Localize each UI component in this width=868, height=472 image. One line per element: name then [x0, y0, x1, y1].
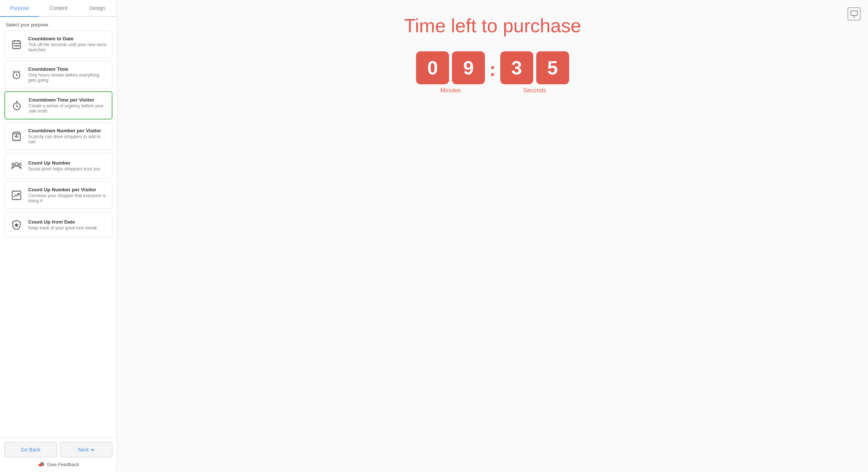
- next-button[interactable]: Next ➜: [60, 442, 113, 457]
- left-panel: Purpose Content Design Select your purpo…: [0, 0, 117, 472]
- right-panel: Time left to purchase 0 9 Minutes : 3 5 …: [117, 0, 868, 472]
- item-desc-countdown-number-per-visitor: Scarcity can drive shoppers to add to ca…: [28, 134, 108, 144]
- item-desc-count-up-number-per-visitor: Convince your shopper that everyone is d…: [28, 193, 108, 203]
- minutes-label: Minutes: [440, 87, 461, 94]
- svg-line-9: [16, 75, 18, 76]
- item-title-countdown-number-per-visitor: Countdown Number per Visitor: [28, 128, 108, 133]
- countdown-display: 0 9 Minutes : 3 5 Seconds: [416, 51, 569, 94]
- svg-point-20: [18, 139, 18, 140]
- preview-title: Time left to purchase: [404, 15, 581, 37]
- item-desc-countdown-time: Only hours remain before everything gets…: [28, 73, 108, 83]
- svg-rect-6: [18, 45, 19, 47]
- minutes-tens-digit: 0: [416, 51, 449, 84]
- shield-star-icon: [9, 217, 24, 232]
- tab-design[interactable]: Design: [78, 0, 117, 16]
- item-title-countdown-to-date: Countdown to Date: [28, 36, 108, 41]
- section-title: Select your purpose: [0, 17, 117, 30]
- list-item-count-up-number[interactable]: Count Up Number Social proof helps shopp…: [4, 153, 112, 178]
- item-title-countdown-time: Countdown Time: [28, 66, 108, 72]
- item-desc-count-up-from-date: Keep track of your good luck streak: [28, 225, 97, 231]
- item-title-count-up-from-date: Count Up from Date: [28, 219, 97, 225]
- list-item-count-up-number-per-visitor[interactable]: Count Up Number per Visitor Convince you…: [4, 181, 112, 209]
- svg-marker-25: [14, 223, 19, 227]
- svg-rect-5: [16, 45, 18, 47]
- cart-icon: [9, 129, 24, 144]
- list-item-countdown-number-per-visitor[interactable]: Countdown Number per Visitor Scarcity ca…: [4, 122, 112, 150]
- next-arrow-icon: ➜: [90, 447, 94, 453]
- monitor-icon[interactable]: [847, 7, 861, 21]
- alarm-icon: [9, 67, 24, 82]
- item-desc-count-up-number: Social proof helps shoppers trust you: [28, 166, 100, 172]
- item-desc-countdown-to-date: Tick off the seconds until your new stor…: [28, 42, 108, 52]
- stopwatch-icon: [10, 98, 24, 113]
- footer: Go Back Next ➜ 📣 Give Feedback: [0, 437, 117, 472]
- tabs: Purpose Content Design: [0, 0, 117, 17]
- svg-line-11: [19, 71, 20, 71]
- seconds-ones-digit: 5: [536, 51, 569, 84]
- seconds-group: 3 5 Seconds: [500, 51, 569, 94]
- svg-rect-0: [13, 41, 21, 48]
- trending-icon: [9, 188, 24, 203]
- svg-point-22: [12, 163, 14, 166]
- list-item-countdown-to-date[interactable]: Countdown to Date Tick off the seconds u…: [4, 30, 112, 58]
- svg-point-19: [15, 139, 15, 140]
- feedback-link[interactable]: 📣 Give Feedback: [4, 461, 112, 468]
- svg-line-10: [13, 71, 15, 71]
- svg-point-23: [19, 163, 21, 166]
- colon-separator: :: [489, 58, 496, 87]
- item-title-countdown-time-per-visitor: Countdown Time per Visitor: [29, 97, 107, 103]
- svg-line-14: [17, 106, 18, 107]
- list-container: Countdown to Date Tick off the seconds u…: [0, 30, 117, 437]
- minutes-digits: 0 9: [416, 51, 485, 84]
- megaphone-icon: 📣: [38, 461, 45, 468]
- group-icon: [9, 158, 24, 173]
- seconds-digits: 3 5: [500, 51, 569, 84]
- list-item-countdown-time[interactable]: Countdown Time Only hours remain before …: [4, 61, 112, 88]
- list-item-countdown-time-per-visitor[interactable]: Countdown Time per Visitor Create a sens…: [4, 91, 112, 119]
- calendar-icon: [9, 37, 24, 52]
- item-title-count-up-number: Count Up Number: [28, 160, 100, 166]
- seconds-tens-digit: 3: [500, 51, 533, 84]
- item-desc-countdown-time-per-visitor: Create a sense of urgency before your sa…: [29, 103, 107, 114]
- tab-content[interactable]: Content: [39, 0, 78, 16]
- svg-rect-4: [14, 45, 16, 47]
- list-item-count-up-from-date[interactable]: Count Up from Date Keep track of your go…: [4, 212, 112, 237]
- seconds-label: Seconds: [523, 87, 546, 94]
- go-back-button[interactable]: Go Back: [4, 442, 57, 457]
- item-title-count-up-number-per-visitor: Count Up Number per Visitor: [28, 187, 108, 192]
- minutes-ones-digit: 9: [452, 51, 485, 84]
- tab-purpose[interactable]: Purpose: [0, 0, 39, 16]
- minutes-group: 0 9 Minutes: [416, 51, 485, 94]
- footer-buttons: Go Back Next ➜: [4, 442, 112, 457]
- svg-point-21: [15, 162, 18, 166]
- svg-rect-26: [851, 11, 857, 15]
